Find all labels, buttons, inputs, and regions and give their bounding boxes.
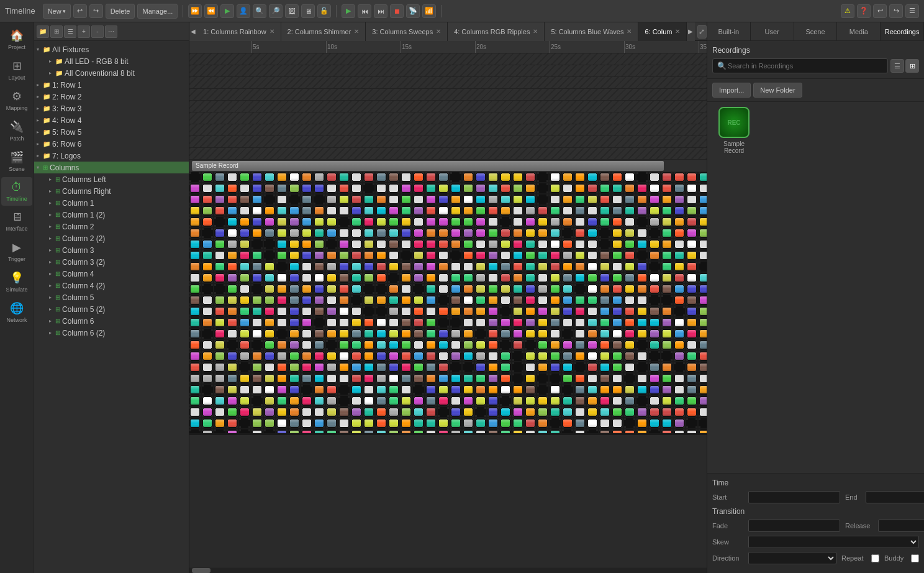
tab-built-in[interactable]: Built-in [707,22,751,40]
horizontal-scrollbar[interactable] [189,567,707,573]
nav-interface[interactable]: 🖥 Interface [1,207,32,236]
forward-icon[interactable]: ⏩ [188,4,202,18]
timeline-tracks[interactable]: Sample Record [189,53,707,567]
fixture-add-btn[interactable]: + [78,25,90,38]
tree-item-row2[interactable]: ▸ 📁 2: Row 2 [34,91,189,103]
tab-bluewaves-close[interactable]: ✕ [627,28,632,35]
tree-item-col3-2[interactable]: ▸ ⊞ Column 3 (2) [34,256,189,268]
menu-icon[interactable]: ☰ [905,4,919,18]
tab-prev-btn[interactable]: ◀ [189,22,197,41]
undo2-icon[interactable]: ↩ [873,4,887,18]
tab-next-btn[interactable]: ▶ [687,22,694,41]
end-input[interactable] [866,491,924,503]
tree-item-col6[interactable]: ▸ ⊞ Column 6 [34,315,189,327]
new-button[interactable]: New ▾ [43,4,71,19]
tab-recordings[interactable]: Recordings [881,22,924,40]
tree-item-col2-2[interactable]: ▸ ⊞ Column 2 (2) [34,232,189,244]
tab-expand-btn[interactable]: ⤢ [697,25,707,39]
tab-rainbow[interactable]: 1: Columns Rainbow ✕ [197,22,281,41]
release-input[interactable] [878,520,924,532]
tree-item-all-fixtures[interactable]: ▾ 📁 All Fixtures [34,44,189,55]
tree-item-col5[interactable]: ▸ ⊞ Column 5 [34,291,189,303]
recording-item-sample[interactable]: REC Sample Record [712,107,756,154]
monitor-icon[interactable]: 🖥 [301,4,315,18]
tree-item-all-led[interactable]: ▸ 📁 All LED - RGB 8 bit [34,55,189,67]
nav-timeline[interactable]: ⏱ Timeline [1,177,32,206]
tree-item-col3[interactable]: ▸ ⊞ Column 3 [34,244,189,256]
play-icon[interactable]: ▶ [220,4,234,18]
start-input[interactable] [748,491,840,503]
fixture-more-btn[interactable]: ⋯ [105,25,117,38]
tree-item-columns-left[interactable]: ▸ ⊞ Columns Left [34,173,189,185]
tab-sweeps-close[interactable]: ✕ [436,28,441,35]
play2-icon[interactable]: ▶ [342,4,355,18]
tab-col6-close[interactable]: ✕ [675,28,680,35]
manage-button[interactable]: Manage... [137,4,178,19]
fixture-open-btn[interactable]: 📁 [37,25,49,38]
repeat-checkbox[interactable] [871,554,879,562]
fixture-list-btn[interactable]: ☰ [64,25,76,38]
undo-button[interactable]: ↩ [73,4,87,18]
fixture-grid-btn[interactable]: ⊞ [50,25,63,38]
tree-item-col2[interactable]: ▸ ⊞ Column 2 [34,221,189,232]
tab-bluewaves[interactable]: 5: Columns Blue Waves ✕ [545,22,638,41]
wireless1-icon[interactable]: 📡 [406,4,420,18]
buddy-checkbox[interactable] [911,554,919,562]
image-icon[interactable]: 🖼 [285,4,299,18]
nav-simulate[interactable]: 💡 Simulate [1,267,32,296]
tree-item-row5[interactable]: ▸ 📁 5: Row 5 [34,126,189,138]
tab-col6[interactable]: 6: Colum ✕ [638,22,687,41]
back-icon[interactable]: ⏪ [204,4,218,18]
tree-item-row3[interactable]: ▸ 📁 3: Row 3 [34,103,189,114]
tab-shimmer[interactable]: 2: Columns Shimmer ✕ [281,22,366,41]
direction-select[interactable] [748,552,836,564]
zoom-out-icon[interactable]: 🔎 [269,4,283,18]
skew-select[interactable] [748,536,919,548]
zoom-in-icon[interactable]: 🔍 [253,4,266,18]
nav-network[interactable]: 🌐 Network [1,298,32,327]
tab-rainbow-close[interactable]: ✕ [270,28,274,35]
nav-layout[interactable]: ⊞ Layout [1,55,32,85]
tab-media[interactable]: Media [837,22,881,40]
tree-item-columns-right[interactable]: ▸ ⊞ Columns Right [34,185,189,197]
tree-item-col6-2[interactable]: ▸ ⊞ Column 6 (2) [34,327,189,339]
h-scroll-thumb[interactable] [192,568,211,573]
skip-back-icon[interactable]: ⏮ [358,4,371,18]
tree-item-columns[interactable]: ▾ ⊞ Columns [34,162,189,173]
tree-item-col4[interactable]: ▸ ⊞ Column 4 [34,268,189,280]
recordings-search-input[interactable] [712,58,888,73]
tab-sweeps[interactable]: 3: Columns Sweeps ✕ [366,22,448,41]
nav-project[interactable]: 🏠 Project [1,25,32,54]
tree-item-row1[interactable]: ▸ 📁 1: Row 1 [34,79,189,91]
nav-patch[interactable]: 🔌 Patch [1,116,32,145]
tree-item-col1[interactable]: ▸ ⊞ Column 1 [34,197,189,209]
tree-item-col4-2[interactable]: ▸ ⊞ Column 4 (2) [34,280,189,291]
alert-icon[interactable]: ⚠ [841,4,854,18]
grid-view-btn[interactable]: ⊞ [905,59,919,73]
new-folder-button[interactable]: New Folder [753,83,802,98]
tree-item-col5-2[interactable]: ▸ ⊞ Column 5 (2) [34,303,189,315]
wireless2-icon[interactable]: 📶 [422,4,436,18]
redo-button[interactable]: ↪ [89,4,103,18]
redo2-icon[interactable]: ↪ [889,4,903,18]
nav-mapping[interactable]: ⚙ Mapping [1,86,32,115]
lock-icon[interactable]: 🔓 [317,4,331,18]
help-icon[interactable]: ❓ [857,4,871,18]
tree-item-all-conv[interactable]: ▸ 📁 All Conventional 8 bit [34,67,189,79]
tree-item-row6[interactable]: ▸ 📁 6: Row 6 [34,138,189,150]
nav-trigger[interactable]: ▶ Trigger [1,237,32,266]
nav-scene[interactable]: 🎬 Scene [1,147,32,176]
tab-user[interactable]: User [751,22,794,40]
fixture-remove-btn[interactable]: - [91,25,104,38]
tree-item-col1-2[interactable]: ▸ ⊞ Column 1 (2) [34,209,189,221]
fade-input[interactable] [748,520,840,532]
person-icon[interactable]: 👤 [237,4,250,18]
sample-record-bar[interactable]: Sample Record [192,161,664,171]
import-button[interactable]: Import... [712,83,751,98]
tree-item-row4[interactable]: ▸ 📁 4: Row 4 [34,114,189,126]
tab-shimmer-close[interactable]: ✕ [354,28,359,35]
list-view-btn[interactable]: ☰ [890,59,904,73]
tab-scene-right[interactable]: Scene [794,22,838,40]
skip-fwd-icon[interactable]: ⏭ [374,4,387,18]
stop-icon[interactable]: ⏹ [390,4,404,18]
